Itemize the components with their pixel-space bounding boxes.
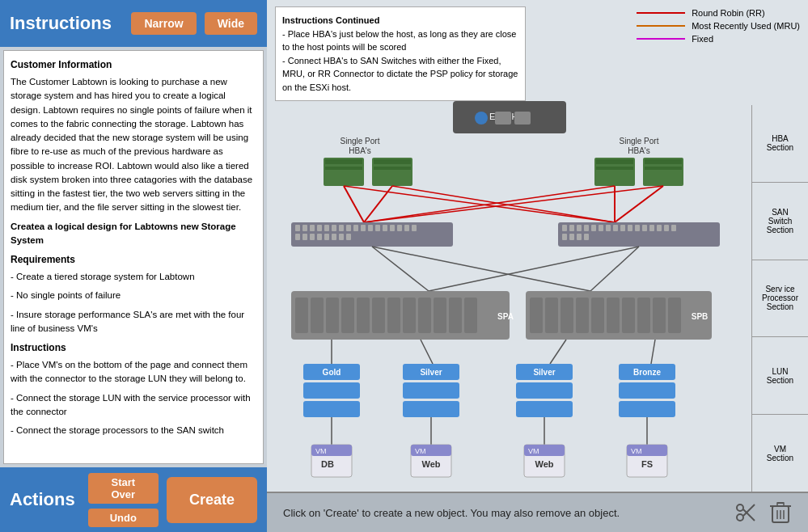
lun-bronze-label: Bronze: [633, 368, 661, 377]
hba-san-cross-line2: [392, 186, 615, 222]
sw-r-port18: [569, 234, 574, 240]
sw-r-port9: [620, 225, 625, 231]
sw-port15: [397, 225, 402, 231]
lun-silver2-bot: [516, 401, 573, 417]
narrow-button[interactable]: Narrow: [131, 12, 196, 35]
status-bar: Click on 'Create' to create a new object…: [267, 492, 808, 532]
hba-card-4-detail2: [645, 167, 682, 170]
sw-port11: [368, 225, 373, 231]
sw-sp-line2: [590, 247, 639, 291]
lun-bronze-mid: [619, 382, 675, 399]
spb-label: SPB: [692, 312, 709, 321]
lun-bronze-bot: [619, 401, 675, 417]
sw-r-port2: [569, 225, 574, 231]
sw-r-port10: [628, 225, 632, 231]
status-icons: [734, 500, 792, 526]
lun-silver2-label: Silver: [533, 368, 555, 377]
spa-bay4: [341, 298, 354, 333]
lun-silver2-mid: [516, 382, 573, 399]
spa-bay1: [295, 298, 308, 333]
sw-r-port5: [591, 225, 596, 231]
vm-fs-label: FS: [641, 459, 653, 469]
instructions-continued-heading: Instructions Continued: [282, 15, 379, 25]
vm-web2-prefix: VM: [528, 447, 539, 455]
sw-port7: [339, 225, 344, 231]
svg-rect-7: [777, 503, 784, 506]
sw-port10: [361, 225, 366, 231]
vm-section-label: VMSection: [752, 415, 808, 492]
sw-sp-cross2: [429, 247, 639, 291]
sw-sp-cross1: [372, 247, 590, 291]
undo-button[interactable]: Undo: [88, 509, 159, 527]
lun-silver1-mid: [403, 382, 459, 399]
spa-bay6: [372, 298, 385, 333]
legend-line-fixed: [637, 38, 685, 40]
vm-web2-label: Web: [535, 459, 553, 469]
legend-line-rr: [637, 12, 685, 14]
spb-bay9: [653, 298, 666, 333]
sw-r-port12: [642, 225, 647, 231]
sw-port25: [346, 234, 351, 240]
sw-port24: [339, 234, 344, 240]
legend-line-mru: [637, 25, 685, 27]
section-labels: HBASection SANSwitchSection Serv iceProc…: [751, 105, 808, 492]
instructions-heading: Instructions: [11, 340, 256, 355]
legend-item-fixed: Fixed: [637, 34, 800, 44]
legend-label-rr: Round Robin (RR): [692, 8, 764, 18]
sw-port23: [332, 234, 336, 240]
sw-port22: [324, 234, 329, 240]
hba-card-1-detail: [325, 159, 362, 164]
vm-web1-label: Web: [421, 459, 440, 469]
spa-bay7: [387, 298, 400, 333]
create-button[interactable]: Create: [167, 477, 257, 523]
spa-label: SPA: [497, 312, 514, 321]
spb-bay7: [622, 298, 635, 333]
sw-port2: [302, 225, 307, 231]
sw-r-port1: [562, 225, 567, 231]
spb-bay1: [530, 298, 543, 333]
sw-r-port16: [671, 225, 676, 231]
sw-port1: [295, 225, 300, 231]
scissors-icon[interactable]: [734, 500, 759, 526]
sw-port4: [317, 225, 322, 231]
instructions-title: Instructions: [10, 13, 123, 34]
instr-1: - Place VM's on the bottom of the page a…: [11, 358, 256, 386]
sp-lun-line-silver1: [421, 340, 433, 364]
vm-fs-prefix: VM: [631, 447, 642, 455]
spa-bay5: [357, 298, 370, 333]
spb-bay3: [561, 298, 573, 333]
sw-port5: [324, 225, 329, 231]
sw-r-port6: [599, 225, 603, 231]
sw-port6: [332, 225, 336, 231]
instr-cont-1: - Place HBA's just below the host, as lo…: [282, 29, 516, 53]
sw-r-port14: [657, 225, 662, 231]
requirements-heading: Requirements: [11, 252, 256, 267]
san-switch-section-label: SANSwitchSection: [752, 183, 808, 260]
legend: Round Robin (RR) Most Recently Used (MRU…: [637, 8, 800, 47]
customer-info-heading: Customer Information: [11, 57, 256, 72]
vm-db-label: DB: [321, 459, 334, 469]
spa-bay10: [434, 298, 446, 333]
esxi-drive1: [495, 112, 511, 125]
wide-button[interactable]: Wide: [205, 12, 257, 35]
legend-item-mru: Most Recently Used (MRU): [637, 21, 800, 31]
spa-bay9: [418, 298, 431, 333]
sw-port17: [412, 225, 417, 231]
hba-san-right-cross-line2: [364, 186, 663, 222]
create-heading: Createa a logical design for Labtowns ne…: [11, 220, 256, 248]
instructions-continued: Instructions Continued - Place HBA's jus…: [275, 6, 526, 101]
start-over-button[interactable]: Start Over: [88, 473, 159, 504]
req-3: - Insure storage performance SLA's are m…: [11, 308, 256, 336]
spb-bay4: [576, 298, 589, 333]
sw-r-port13: [649, 225, 654, 231]
legend-label-fixed: Fixed: [692, 34, 713, 44]
hba-san-line1: [344, 186, 364, 222]
spa-bay11: [449, 298, 462, 333]
instr-cont-2: - Connect HBA's to SAN Switches with eit…: [282, 56, 518, 92]
hba-left-label-line1: Single Port: [341, 137, 380, 146]
svg-point-0: [737, 505, 743, 511]
esxi-power-btn: [475, 112, 488, 125]
trash-icon[interactable]: [769, 500, 792, 526]
sw-r-port7: [606, 225, 611, 231]
vm-db-prefix: VM: [315, 447, 327, 455]
